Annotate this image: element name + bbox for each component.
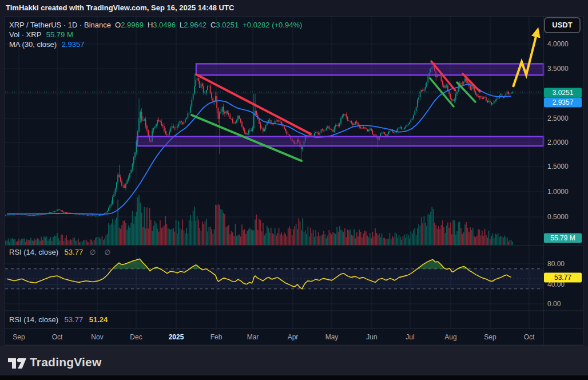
symbol-legend[interactable]: XRP / TetherUS · 1D · BinanceO2.9969H3.0… (9, 21, 302, 29)
time-axis[interactable] (5, 329, 543, 345)
price-tick-label: 1.5000 (547, 163, 569, 171)
ohlc-O: O2.9969 (115, 21, 144, 29)
price-tick-label: 0.5000 (547, 213, 569, 221)
tradingview-logo-text[interactable]: TradingView (30, 355, 102, 369)
rsi2-legend[interactable]: RSI (14, close) 53.77 51.24 (9, 315, 108, 324)
currency-toggle-button[interactable]: USDT (544, 17, 581, 33)
price-badge: 2.9357 (544, 98, 582, 108)
rsi2-value-2: 51.24 (89, 315, 108, 324)
rsi2-value-1: 53.77 (65, 315, 84, 324)
ohlc-L: L2.9642 (180, 21, 206, 29)
tradingview-logo-icon[interactable] (7, 354, 27, 371)
page-title: TimHakki created with TradingView.com, S… (6, 3, 234, 12)
price-tick-label: 2.0000 (547, 138, 569, 147)
ohlc-C: C3.0251 (210, 21, 239, 29)
ma-label: MA (30, close) (9, 40, 57, 49)
price-tick-label: 4.0000 (547, 40, 569, 48)
ma-line (7, 84, 511, 215)
change-value: +0.0282 (+0.94%) (243, 21, 302, 29)
volume-value: 55.79 M (46, 30, 73, 39)
rsi-value: 53.77 (65, 248, 84, 256)
volume-bars (5, 195, 513, 245)
price-badge: 53.77 (544, 273, 582, 283)
ma-legend[interactable]: MA (30, close) 2.9357 (9, 40, 84, 49)
rsi-legend[interactable]: RSI (14, close) 53.77 ∅ ∅ (9, 248, 114, 256)
ohlc-H: H3.0496 (148, 21, 176, 29)
price-zone (196, 64, 543, 75)
price-tick-label: 3.5000 (547, 65, 569, 73)
price-zone (137, 137, 543, 146)
rsi-tick-label: 0.00 (547, 300, 561, 308)
price-badge: 55.79 M (544, 233, 582, 243)
rsi-tick-label: 80.00 (547, 260, 565, 268)
rsi2-label: RSI (14, close) (9, 315, 58, 324)
hide-source-icon[interactable]: ∅ ∅ (90, 248, 114, 256)
ma-value: 2.9357 (62, 40, 85, 49)
volume-label: Vol · XRP (9, 30, 41, 39)
projection-arrow (513, 34, 537, 87)
symbol-title: XRP / TetherUS · 1D · Binance (9, 21, 111, 29)
price-tick-label: 2.5000 (547, 114, 569, 122)
price-tick-label: 1.0000 (547, 188, 569, 196)
ohlc-values: O2.9969H3.0496L2.9642C3.0251 (111, 21, 239, 29)
price-badge: 3.0251 (544, 88, 582, 98)
rsi-label: RSI (14, close) (9, 248, 58, 256)
volume-legend[interactable]: Vol · XRP 55.79 M (9, 30, 73, 39)
